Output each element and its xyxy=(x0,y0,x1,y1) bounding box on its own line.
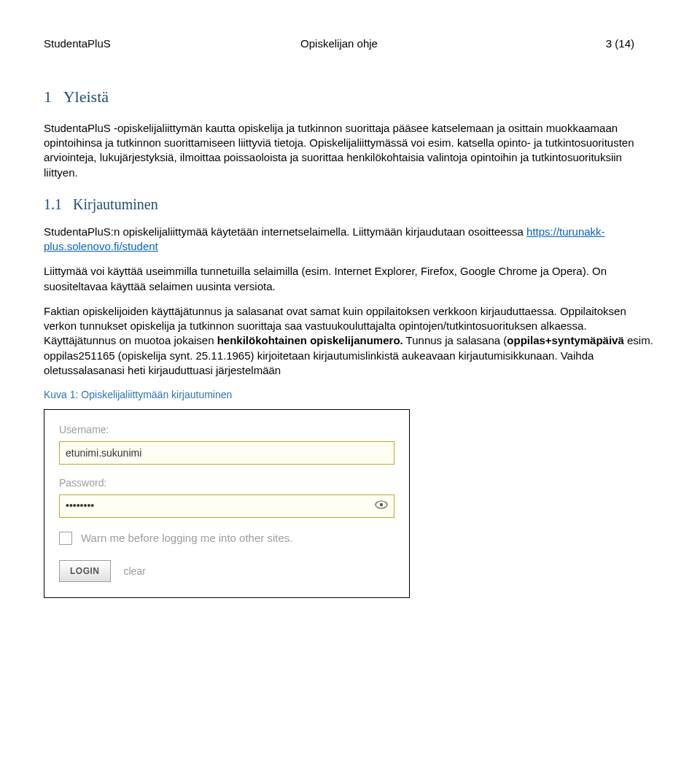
section-1-paragraph: StudentaPluS -opiskelijaliittymän kautta… xyxy=(44,121,656,180)
warn-checkbox[interactable] xyxy=(59,532,72,545)
header-center: Opiskelijan ohje xyxy=(241,36,438,51)
header-page-number: 3 (14) xyxy=(438,36,656,51)
header-left: StudentaPluS xyxy=(44,36,241,51)
subsection-number: 1.1 xyxy=(44,196,62,212)
password-value: •••••••• xyxy=(66,499,94,513)
username-value: etunimi.sukunimi xyxy=(66,446,141,460)
p3-bold1: henkilökohtainen opiskelijanumero. xyxy=(217,334,403,346)
section-1-1-heading: 1.1 Kirjautuminen xyxy=(44,195,656,214)
login-button[interactable]: LOGIN xyxy=(59,560,111,582)
section-1-1-paragraph-2: Liittymää voi käyttää useimmilla tunnetu… xyxy=(44,264,656,294)
section-number: 1 xyxy=(44,88,52,106)
login-screenshot: Username: etunimi.sukunimi Password: •••… xyxy=(44,409,410,598)
password-input[interactable]: •••••••• xyxy=(59,494,394,518)
login-button-row: LOGIN clear xyxy=(59,560,394,583)
warn-checkbox-row[interactable]: Warn me before logging me into other sit… xyxy=(59,529,394,547)
section-1-1-paragraph-3: Faktian opiskelijoiden käyttäjätunnus ja… xyxy=(44,304,656,378)
username-label: Username: xyxy=(59,423,394,437)
clear-button[interactable]: clear xyxy=(118,560,152,583)
para1-text: StudentaPluS:n opiskelijaliittymää käyte… xyxy=(44,225,526,238)
reveal-password-icon[interactable] xyxy=(375,499,388,513)
subsection-title-text: Kirjautuminen xyxy=(73,196,158,212)
p3-bold2: oppilas+syntymäpäivä xyxy=(507,334,624,346)
warn-checkbox-label: Warn me before logging me into other sit… xyxy=(81,529,292,547)
section-1-1-paragraph-1: StudentaPluS:n opiskelijaliittymää käyte… xyxy=(44,225,656,255)
section-1-heading: 1 Yleistä xyxy=(44,86,656,108)
username-input[interactable]: etunimi.sukunimi xyxy=(59,441,394,465)
svg-point-1 xyxy=(380,503,383,506)
p3b: Tunnus ja salasana ( xyxy=(403,334,508,346)
figure-1-caption: Kuva 1: Opiskelijaliittymään kirjautumin… xyxy=(44,388,656,402)
section-title-text: Yleistä xyxy=(63,88,109,106)
page-header: StudentaPluS Opiskelijan ohje 3 (14) xyxy=(44,36,656,51)
password-label: Password: xyxy=(59,476,394,490)
